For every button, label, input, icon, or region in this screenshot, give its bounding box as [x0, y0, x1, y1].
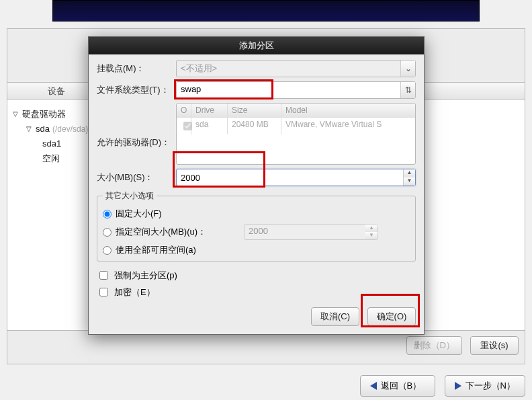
- size-input[interactable]: ▲ ▼: [176, 169, 416, 186]
- spin-down-icon[interactable]: ▼: [404, 177, 415, 186]
- chk-primary[interactable]: 强制为主分区(p): [97, 267, 416, 284]
- banner: [52, 0, 480, 22]
- tree-root-label: 硬盘驱动器: [22, 107, 66, 122]
- chk-encrypt[interactable]: 加密（E）: [97, 284, 416, 301]
- chk-encrypt-label: 加密（E）: [114, 286, 155, 298]
- opt-upto-value: 2000: [245, 225, 365, 239]
- chevron-down-icon: ⌄: [400, 61, 415, 77]
- opt-upto-spin: 2000 ▲▼: [244, 224, 378, 240]
- dialog-titlebar[interactable]: 添加分区: [89, 37, 424, 54]
- drive-model: VMware, VMware Virtual S: [281, 118, 415, 134]
- opt-all-radio[interactable]: [103, 246, 112, 255]
- opt-upto-radio[interactable]: [103, 228, 112, 237]
- fstype-value: swap: [177, 82, 400, 98]
- next-label: 下一步（N）: [466, 380, 515, 392]
- reset-label: 重设(s): [480, 340, 508, 350]
- col-model: Model: [281, 104, 415, 117]
- dialog-title: 添加分区: [239, 40, 274, 50]
- tree-disk-path: (/dev/sda): [52, 122, 88, 136]
- arrow-left-icon: [370, 382, 377, 390]
- ok-button[interactable]: 确定(O): [367, 307, 416, 326]
- back-label: 返回（B）: [381, 380, 422, 392]
- chk-primary-box[interactable]: [99, 271, 108, 280]
- cancel-label: 取消(C): [320, 311, 350, 321]
- opt-upto[interactable]: 指定空间大小(MB)(u)： 2000 ▲▼: [103, 222, 410, 242]
- delete-label: 删除（D）: [414, 340, 455, 350]
- ok-label: 确定(O): [377, 311, 407, 321]
- size-options-group: 其它大小选项 固定大小(F) 指定空间大小(MB)(u)： 2000 ▲▼ 使用…: [97, 190, 416, 262]
- spin-down-icon: ▼: [365, 232, 378, 239]
- add-partition-dialog: 添加分区 挂载点(M)： <不适用> ⌄ 文件系统类型(T)： swap ⇅ 允…: [88, 36, 425, 335]
- chevron-down-icon: ▽: [26, 122, 33, 136]
- tree-part-label: sda1: [42, 136, 61, 151]
- spin-up-icon: ▲: [365, 225, 378, 232]
- mount-label: 挂载点(M)：: [97, 63, 176, 75]
- tree-free-label: 空闲: [42, 151, 60, 166]
- opt-all-label: 使用全部可用空间(a): [116, 244, 196, 256]
- updown-icon[interactable]: ⇅: [400, 82, 415, 98]
- opt-fixed-label: 固定大小(F): [116, 208, 162, 220]
- opt-upto-label: 指定空间大小(MB)(u)：: [116, 226, 206, 238]
- chk-encrypt-box[interactable]: [99, 288, 108, 296]
- col-size: Size: [228, 104, 281, 117]
- drives-table[interactable]: O Drive Size Model sda 20480 MB VMware, …: [176, 103, 416, 165]
- drive-size: 20480 MB: [228, 118, 281, 134]
- spin-up-icon[interactable]: ▲: [404, 169, 415, 177]
- device-header-label: 设备: [48, 85, 65, 97]
- mount-combo: <不适用> ⌄: [176, 60, 416, 77]
- size-label: 大小(MB)(S)：: [97, 171, 176, 184]
- fstype-combo[interactable]: swap ⇅: [176, 81, 416, 99]
- tree-disk-label: sda: [36, 122, 50, 136]
- size-options-legend: 其它大小选项: [103, 190, 157, 202]
- drives-label: 允许的驱动器(D)：: [97, 103, 176, 149]
- delete-button: 删除（D）: [406, 336, 462, 355]
- toolbar-buttons: 删除（D） 重设(s): [406, 336, 519, 355]
- col-drive: Drive: [191, 104, 228, 117]
- back-button[interactable]: 返回（B）: [360, 375, 435, 397]
- fstype-label: 文件系统类型(T)：: [97, 84, 176, 96]
- table-row[interactable]: sda 20480 MB VMware, VMware Virtual S: [177, 118, 415, 134]
- drives-header: O Drive Size Model: [177, 104, 415, 118]
- drive-name: sda: [191, 118, 228, 134]
- next-button[interactable]: 下一步（N）: [445, 375, 525, 397]
- cancel-button[interactable]: 取消(C): [311, 307, 359, 326]
- opt-all[interactable]: 使用全部可用空间(a): [103, 242, 410, 258]
- nav-buttons: 返回（B） 下一步（N）: [360, 375, 525, 397]
- arrow-right-icon: [455, 382, 461, 390]
- size-field[interactable]: [177, 169, 403, 186]
- opt-fixed[interactable]: 固定大小(F): [103, 206, 410, 222]
- reset-button[interactable]: 重设(s): [470, 336, 519, 355]
- opt-fixed-radio[interactable]: [103, 210, 112, 218]
- chevron-down-icon: ▽: [13, 107, 19, 122]
- col-check: O: [177, 104, 191, 117]
- mount-value: <不适用>: [177, 61, 400, 77]
- chk-primary-label: 强制为主分区(p): [114, 270, 177, 282]
